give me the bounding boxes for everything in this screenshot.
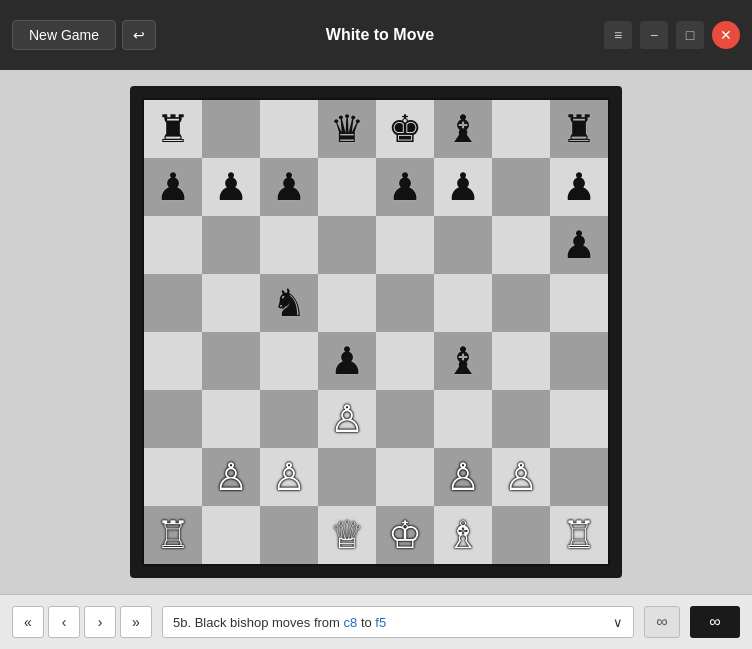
move-prefix: 5b. Black bishop moves from (173, 615, 344, 630)
infinity-button[interactable]: ∞ (690, 606, 740, 638)
board-cell-4-2[interactable] (260, 332, 318, 390)
board-cell-4-4[interactable] (376, 332, 434, 390)
board-cell-5-0[interactable] (144, 390, 202, 448)
board-cell-6-4[interactable] (376, 448, 434, 506)
board-cell-1-7[interactable]: ♟ (550, 158, 608, 216)
main-area: ♜♛♚♝♜♟♟♟♟♟♟♟♞♟♝♙♙♙♙♙♖♕♔♗♖ (0, 70, 752, 594)
infinity-badge: ∞ (644, 606, 680, 638)
board-cell-6-2[interactable]: ♙ (260, 448, 318, 506)
board-cell-7-2[interactable] (260, 506, 318, 564)
board-cell-2-3[interactable] (318, 216, 376, 274)
board-cell-5-1[interactable] (202, 390, 260, 448)
bottombar: « ‹ › » 5b. Black bishop moves from c8 t… (0, 594, 752, 649)
board-cell-3-4[interactable] (376, 274, 434, 332)
board-cell-1-0[interactable]: ♟ (144, 158, 202, 216)
move-to: f5 (375, 615, 386, 630)
first-move-button[interactable]: « (12, 606, 44, 638)
board-cell-6-0[interactable] (144, 448, 202, 506)
move-mid: to (357, 615, 375, 630)
board-cell-0-7[interactable]: ♜ (550, 100, 608, 158)
board-cell-0-4[interactable]: ♚ (376, 100, 434, 158)
board-cell-2-0[interactable] (144, 216, 202, 274)
board-cell-0-0[interactable]: ♜ (144, 100, 202, 158)
last-move-button[interactable]: » (120, 606, 152, 638)
board-cell-0-2[interactable] (260, 100, 318, 158)
undo-button[interactable]: ↩ (122, 20, 156, 50)
prev-move-button[interactable]: ‹ (48, 606, 80, 638)
window-controls: ≡ − □ ✕ (604, 21, 740, 49)
board-cell-2-6[interactable] (492, 216, 550, 274)
board-cell-4-1[interactable] (202, 332, 260, 390)
board-cell-7-0[interactable]: ♖ (144, 506, 202, 564)
board-cell-6-6[interactable]: ♙ (492, 448, 550, 506)
menu-button[interactable]: ≡ (604, 21, 632, 49)
board-cell-1-6[interactable] (492, 158, 550, 216)
board-cell-5-7[interactable] (550, 390, 608, 448)
chess-board: ♜♛♚♝♜♟♟♟♟♟♟♟♞♟♝♙♙♙♙♙♖♕♔♗♖ (142, 98, 610, 566)
board-cell-7-3[interactable]: ♕ (318, 506, 376, 564)
close-button[interactable]: ✕ (712, 21, 740, 49)
board-cell-6-1[interactable]: ♙ (202, 448, 260, 506)
new-game-button[interactable]: New Game (12, 20, 116, 50)
board-cell-3-7[interactable] (550, 274, 608, 332)
board-cell-0-6[interactable] (492, 100, 550, 158)
board-cell-6-3[interactable] (318, 448, 376, 506)
board-cell-5-2[interactable] (260, 390, 318, 448)
minimize-button[interactable]: − (640, 21, 668, 49)
board-cell-3-5[interactable] (434, 274, 492, 332)
board-cell-7-1[interactable] (202, 506, 260, 564)
board-cell-4-3[interactable]: ♟ (318, 332, 376, 390)
board-container: ♜♛♚♝♜♟♟♟♟♟♟♟♞♟♝♙♙♙♙♙♖♕♔♗♖ (130, 86, 622, 578)
board-cell-2-4[interactable] (376, 216, 434, 274)
board-cell-4-6[interactable] (492, 332, 550, 390)
move-description: 5b. Black bishop moves from c8 to f5 (173, 615, 386, 630)
board-cell-6-5[interactable]: ♙ (434, 448, 492, 506)
board-cell-5-5[interactable] (434, 390, 492, 448)
board-cell-5-3[interactable]: ♙ (318, 390, 376, 448)
window-title: White to Move (156, 26, 604, 44)
board-cell-1-3[interactable] (318, 158, 376, 216)
board-cell-1-5[interactable]: ♟ (434, 158, 492, 216)
board-cell-2-5[interactable] (434, 216, 492, 274)
next-move-button[interactable]: › (84, 606, 116, 638)
board-cell-7-5[interactable]: ♗ (434, 506, 492, 564)
board-cell-1-1[interactable]: ♟ (202, 158, 260, 216)
board-cell-4-0[interactable] (144, 332, 202, 390)
board-cell-3-6[interactable] (492, 274, 550, 332)
board-cell-7-6[interactable] (492, 506, 550, 564)
board-cell-3-0[interactable] (144, 274, 202, 332)
restore-button[interactable]: □ (676, 21, 704, 49)
board-cell-2-7[interactable]: ♟ (550, 216, 608, 274)
board-cell-2-1[interactable] (202, 216, 260, 274)
board-cell-0-3[interactable]: ♛ (318, 100, 376, 158)
board-cell-5-6[interactable] (492, 390, 550, 448)
board-cell-1-2[interactable]: ♟ (260, 158, 318, 216)
board-cell-4-5[interactable]: ♝ (434, 332, 492, 390)
board-cell-2-2[interactable] (260, 216, 318, 274)
board-cell-5-4[interactable] (376, 390, 434, 448)
board-cell-6-7[interactable] (550, 448, 608, 506)
board-cell-3-2[interactable]: ♞ (260, 274, 318, 332)
board-cell-7-4[interactable]: ♔ (376, 506, 434, 564)
board-cell-1-4[interactable]: ♟ (376, 158, 434, 216)
dropdown-arrow-icon: ∨ (613, 615, 623, 630)
board-cell-3-1[interactable] (202, 274, 260, 332)
board-cell-0-1[interactable] (202, 100, 260, 158)
move-dropdown[interactable]: 5b. Black bishop moves from c8 to f5 ∨ (162, 606, 634, 638)
titlebar: New Game ↩ White to Move ≡ − □ ✕ (0, 0, 752, 70)
board-cell-3-3[interactable] (318, 274, 376, 332)
board-cell-0-5[interactable]: ♝ (434, 100, 492, 158)
move-from: c8 (344, 615, 358, 630)
board-cell-4-7[interactable] (550, 332, 608, 390)
board-cell-7-7[interactable]: ♖ (550, 506, 608, 564)
